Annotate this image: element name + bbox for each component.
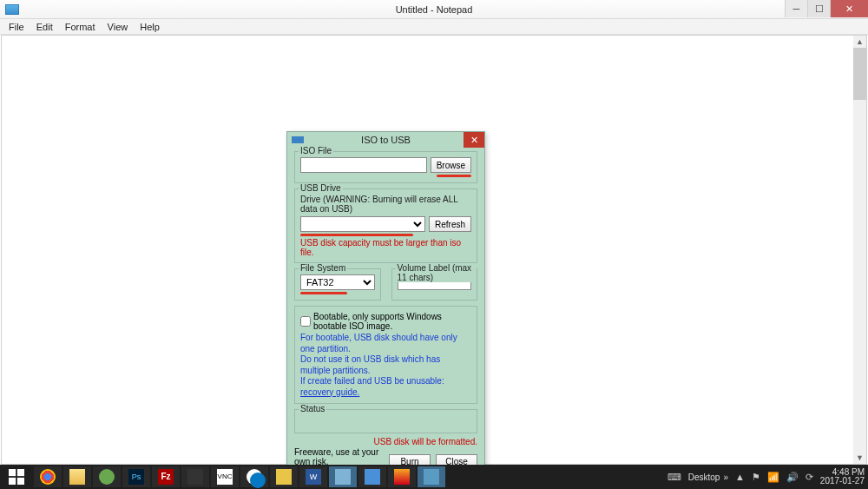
volume-label-label: Volume Label (max 11 chars) xyxy=(396,263,477,282)
taskbar-app-blue[interactable] xyxy=(358,466,386,487)
menu-help[interactable]: Help xyxy=(135,21,165,33)
drive-select[interactable] xyxy=(300,216,425,232)
flag-icon[interactable]: ⚑ xyxy=(752,472,760,483)
bootable-line1: For bootable, USB disk should have only … xyxy=(300,333,471,354)
taskbar-chrome[interactable] xyxy=(34,466,62,487)
recovery-guide-link[interactable]: recovery guide. xyxy=(300,387,359,397)
filesystem-select[interactable]: FAT32 xyxy=(300,274,375,290)
desktop-label: Desktop xyxy=(688,472,720,482)
date-text: 2017-01-27 xyxy=(820,477,865,486)
bootable-checkbox-row[interactable]: Bootable, only supports Windows bootable… xyxy=(300,312,471,331)
green-circle-icon xyxy=(99,469,115,485)
taskbar-explorer[interactable] xyxy=(63,466,91,487)
taskbar: Ps Fz VNC W ⌨ Desktop » ▲ ⚑ 📶 🔊 ⟳ 4:48 P… xyxy=(0,465,868,489)
clock[interactable]: 4:48 PM 2017-01-27 xyxy=(820,468,865,486)
menubar: File Edit Format View Help xyxy=(0,19,868,35)
taskbar-word[interactable]: W xyxy=(299,466,327,487)
vnc-icon: VNC xyxy=(217,469,233,485)
bootable-line2: Do not use it on USB disk which has mult… xyxy=(300,354,471,376)
notepad-taskbar-icon xyxy=(335,469,351,485)
bootable-check-label: Bootable, only supports Windows bootable… xyxy=(313,312,471,331)
minimize-button[interactable]: ─ xyxy=(785,0,807,17)
usb-drive-group: USB Drive Drive (WARNING: Burning will e… xyxy=(294,188,477,263)
svg-rect-2 xyxy=(9,478,16,485)
menu-file[interactable]: File xyxy=(3,21,30,33)
annotation-mark xyxy=(437,175,471,177)
dark-app-icon xyxy=(187,469,203,485)
dialog-close-button[interactable]: ✕ xyxy=(464,132,484,148)
windows-logo-icon xyxy=(9,469,24,485)
taskbar-app-green[interactable] xyxy=(93,466,121,487)
status-label: Status xyxy=(299,404,326,413)
maximize-button[interactable]: ☐ xyxy=(807,0,830,17)
chevron-icon: » xyxy=(723,472,728,482)
drive-warning-label: Drive (WARNING: Burning will erase ALL d… xyxy=(300,195,471,214)
browse-button[interactable]: Browse xyxy=(431,157,471,173)
menu-view[interactable]: View xyxy=(102,21,134,33)
menu-format[interactable]: Format xyxy=(60,21,101,33)
capacity-warning: USB disk capacity must be larger than is… xyxy=(300,238,471,257)
bootable-line3: If create failed and USB be unusable: re… xyxy=(300,376,471,398)
filezilla-icon: Fz xyxy=(158,469,174,485)
window-controls: ─ ☐ ✕ xyxy=(785,0,868,17)
notepad-titlebar: Untitled - Notepad ─ ☐ ✕ xyxy=(0,0,868,19)
scroll-down-icon[interactable]: ▼ xyxy=(853,452,866,464)
vertical-scrollbar[interactable]: ▲ ▼ xyxy=(853,36,866,464)
taskbar-app-orange[interactable] xyxy=(388,466,416,487)
volume-label-group: Volume Label (max 11 chars) xyxy=(391,268,478,301)
iso-path-input[interactable] xyxy=(300,157,427,173)
folder-icon xyxy=(69,469,85,485)
taskbar-iso-app[interactable] xyxy=(418,466,445,487)
bootable-checkbox[interactable] xyxy=(300,316,311,327)
scroll-thumb[interactable] xyxy=(853,48,866,100)
svg-rect-0 xyxy=(9,469,16,476)
annotation-mark xyxy=(300,292,347,294)
taskbar-vnc[interactable]: VNC xyxy=(211,466,239,487)
start-button[interactable] xyxy=(0,465,33,489)
volume-icon[interactable]: 🔊 xyxy=(786,472,799,483)
taskbar-app-yellow[interactable] xyxy=(270,466,298,487)
iso-file-group: ISO File Browse xyxy=(294,151,477,183)
desktop-toolbar[interactable]: Desktop » xyxy=(688,472,728,482)
notepad-icon xyxy=(5,4,19,15)
file-system-group: File System FAT32 xyxy=(294,268,381,301)
annotation-mark xyxy=(300,234,413,236)
taskbar-filezilla[interactable]: Fz xyxy=(152,466,180,487)
chrome-icon xyxy=(40,469,56,485)
format-warning: USB disk will be formatted. xyxy=(374,437,478,446)
photoshop-icon: Ps xyxy=(128,469,144,485)
scroll-up-icon[interactable]: ▲ xyxy=(853,36,866,48)
yellow-app-icon xyxy=(276,469,292,485)
window-title: Untitled - Notepad xyxy=(396,4,473,15)
dialog-title: ISO to USB xyxy=(361,135,411,145)
status-group: Status xyxy=(294,409,477,433)
iso-file-label: ISO File xyxy=(299,146,333,155)
tray-up-icon[interactable]: ▲ xyxy=(735,472,745,482)
dialog-app-icon xyxy=(292,136,304,143)
teamviewer-icon xyxy=(247,469,262,485)
taskbar-photoshop[interactable]: Ps xyxy=(122,466,150,487)
freeware-text: Freeware, use at your own risk. xyxy=(294,447,389,466)
svg-rect-3 xyxy=(17,478,24,485)
close-window-button[interactable]: ✕ xyxy=(830,0,868,17)
word-icon: W xyxy=(306,469,321,485)
usb-drive-label: USB Drive xyxy=(299,183,343,193)
keyboard-icon[interactable]: ⌨ xyxy=(667,472,681,483)
taskbar-notepad[interactable] xyxy=(329,466,357,487)
refresh-button[interactable]: Refresh xyxy=(429,216,471,232)
svg-rect-1 xyxy=(17,469,24,476)
blue-app-icon xyxy=(365,469,380,485)
orange-app-icon xyxy=(394,469,410,485)
bootable-group: Bootable, only supports Windows bootable… xyxy=(294,306,477,404)
taskbar-teamviewer[interactable] xyxy=(240,466,268,487)
system-tray: ⌨ Desktop » ▲ ⚑ 📶 🔊 ⟳ 4:48 PM 2017-01-27 xyxy=(667,465,868,489)
iso-to-usb-dialog: ISO to USB ✕ ISO File Browse USB Drive D… xyxy=(286,131,485,484)
network-icon[interactable]: 📶 xyxy=(767,472,779,483)
taskbar-app-dark[interactable] xyxy=(181,466,209,487)
sync-icon[interactable]: ⟳ xyxy=(806,472,813,483)
menu-edit[interactable]: Edit xyxy=(31,21,58,33)
bootable-info: For bootable, USB disk should have only … xyxy=(300,333,471,398)
fs-volume-row: File System FAT32 Volume Label (max 11 c… xyxy=(294,268,477,301)
file-system-label: File System xyxy=(299,263,347,273)
iso-app-icon xyxy=(424,469,439,485)
